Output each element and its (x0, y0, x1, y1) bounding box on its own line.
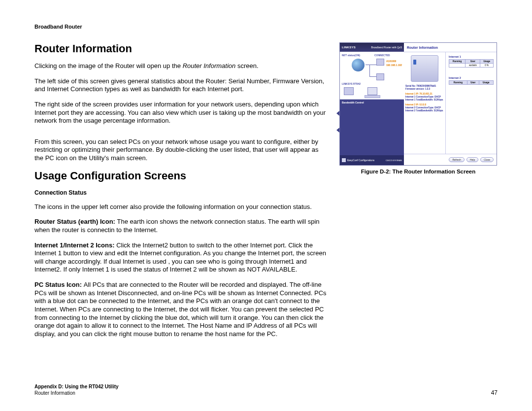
table-row[interactable]: wzdialin 0 % (449, 64, 494, 68)
para: The icons in the upper left corner also … (34, 203, 328, 211)
ip-label: 192.168.1.102 (386, 64, 402, 67)
page-footer: Appendix D: Using the RT042 Utility Rout… (34, 384, 498, 396)
pc-status-icon[interactable] (367, 87, 377, 95)
chevron-left-icon[interactable] (336, 111, 339, 116)
table-header-row: Running User Usage (449, 60, 494, 64)
figure-column: LINKSYS Broadband Router with QoS NET st… (339, 42, 498, 379)
para: The left side of this screen gives gener… (34, 77, 328, 94)
doc-header: Broadband Router (34, 24, 498, 30)
linksys-logo: LINKSYS (342, 46, 356, 49)
ip-label: A101000 (386, 60, 396, 63)
label-pc-status: PC Status Icon: (34, 281, 84, 288)
figure-router-info-screen: LINKSYS Broadband Router with QoS NET st… (339, 42, 497, 166)
net-status-label: NET status(ON) (342, 54, 360, 57)
chevron-left-icon[interactable] (336, 128, 339, 133)
router-image[interactable] (411, 55, 438, 82)
label-internet-icons: Internet 1/Internet 2 Icons: (34, 241, 116, 249)
internet2-table: Internet 2 Running User Usage (449, 76, 494, 85)
bandwidth-label: Bandwidth Control (342, 101, 402, 104)
internet1-icon[interactable] (376, 59, 384, 66)
bottom-bar: EasyConf Configurations CISCO SYSTEMS (340, 155, 404, 165)
product-name: Broadband Router with QoS (371, 46, 402, 49)
page-number: 47 (491, 389, 498, 396)
section-title-router-info: Router Information (34, 42, 328, 55)
earth-icon[interactable] (352, 59, 365, 71)
para: PC Status Icon: All PCs that are connect… (34, 281, 328, 338)
para: From this screen, you can select PCs on … (34, 138, 328, 163)
config-icon[interactable] (342, 158, 346, 162)
router-info-text: Serial No: 7506234288678a91 Firmware ver… (404, 85, 445, 113)
para: The right side of the screen provides us… (34, 101, 328, 125)
table-name: Internet 2 (449, 76, 494, 79)
panel-title: Router Information (404, 43, 497, 52)
text-italic: Router Information (183, 62, 236, 69)
label-router-status: Router Status (earth) Icon: (34, 218, 117, 225)
table-name: Internet 1 (449, 55, 494, 58)
text: All PCs that are connected to the Router… (34, 281, 327, 338)
bandwidth-panel: Bandwidth Control (340, 100, 404, 155)
cisco-logo: CISCO SYSTEMS (386, 159, 402, 162)
help-button[interactable]: Help (466, 157, 478, 162)
scrollbar[interactable] (365, 95, 380, 98)
text-column: Router Information Clicking on the image… (34, 42, 328, 379)
table-header-row: Running User Usage (449, 81, 494, 85)
internet2-icon[interactable] (376, 73, 384, 80)
refresh-button[interactable]: Refresh (449, 157, 465, 162)
text: screen. (235, 62, 258, 69)
section-title-usage-config: Usage Configuration Screens (34, 170, 328, 182)
para: Internet 1/Internet 2 Icons: Click the I… (34, 241, 328, 274)
internet1-table: Internet 1 Running User Usage (449, 55, 494, 68)
router-icon[interactable] (344, 87, 354, 95)
model-label: LINKSYS RT042 (342, 82, 361, 85)
para: Router Status (earth) Icon: The earth ic… (34, 218, 328, 234)
footer-section: Router Information (34, 390, 119, 397)
connected-label: CONNECTED (374, 54, 390, 57)
easyconf-label: EasyConf Configurations (347, 159, 374, 162)
network-diagram: NET status(ON) CONNECTED A101000 192.168… (340, 52, 404, 100)
footer-appendix: Appendix D: Using the RT042 Utility (34, 384, 119, 390)
figure-caption: Figure D-2: The Router Information Scree… (361, 169, 476, 174)
text: Clicking on the image of the Router will… (34, 62, 183, 69)
para: Clicking on the image of the Router will… (34, 62, 328, 70)
subsection-connection-status: Connection Status (34, 189, 328, 196)
close-button[interactable]: Close (480, 157, 494, 162)
